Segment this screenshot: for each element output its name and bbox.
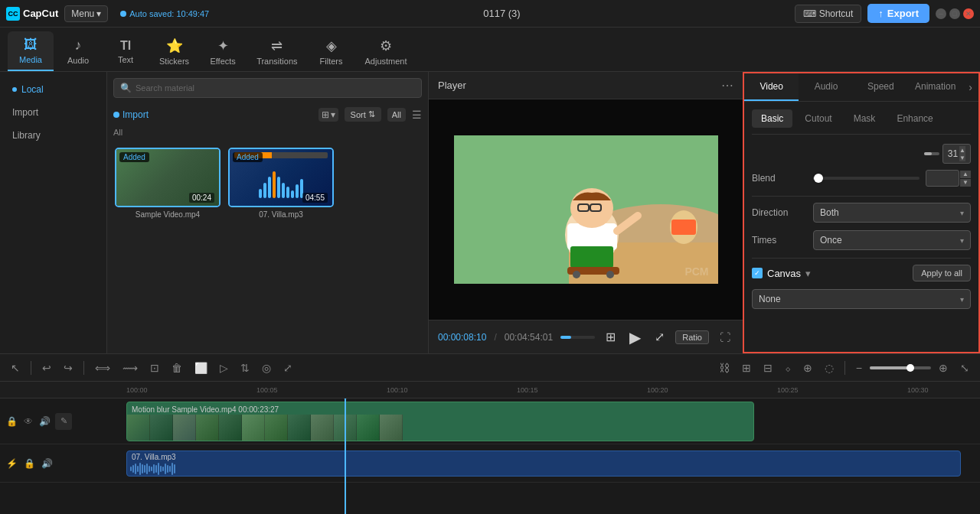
view-toggle[interactable]: ⊞ ▾ bbox=[318, 108, 338, 122]
minimize-button[interactable]: – bbox=[936, 8, 946, 19]
ratio-button[interactable]: Ratio bbox=[675, 330, 709, 344]
nav-tab-audio[interactable]: ♪ Audio bbox=[55, 31, 101, 71]
clip-frames bbox=[127, 415, 753, 441]
sub-tab-basic[interactable]: Basic bbox=[752, 109, 792, 128]
nav-tab-media[interactable]: 🖼 Media bbox=[8, 31, 54, 71]
shortcut-button[interactable]: ⌨ Shortcut bbox=[795, 5, 862, 23]
audio-extract-button[interactable]: ◌ bbox=[820, 359, 838, 377]
media-icon: 🖼 bbox=[24, 37, 38, 53]
scroll-control: 31 ▲ ▼ bbox=[752, 144, 971, 164]
blend-slider-container: 0 ▲ ▼ bbox=[813, 170, 971, 187]
media-thumb-video[interactable]: Added 00:24 bbox=[115, 148, 220, 207]
trim-button[interactable]: ⟿ bbox=[118, 359, 142, 377]
nav-tab-adjustment[interactable]: ⚙ Adjustment bbox=[356, 31, 416, 71]
clip-button[interactable]: ⬜ bbox=[190, 359, 212, 377]
video-clip[interactable]: Motion blur Sample Video.mp4 00:00:23:27 bbox=[126, 402, 754, 441]
right-tab-audio[interactable]: Audio bbox=[799, 73, 853, 101]
right-tab-animation[interactable]: Animation bbox=[908, 73, 962, 101]
crop-button[interactable]: ⊡ bbox=[145, 359, 164, 377]
text-icon: TI bbox=[120, 39, 131, 53]
fit-button[interactable]: ⤡ bbox=[956, 359, 974, 377]
canvas-chevron: ▾ bbox=[960, 295, 964, 304]
transitions-icon: ⇌ bbox=[271, 37, 283, 54]
zoom-in-button[interactable]: ⊕ bbox=[934, 359, 952, 377]
media-item[interactable]: Added 00:24 Sample Video.mp4 bbox=[115, 148, 220, 219]
play-range-button[interactable]: ▷ bbox=[215, 359, 233, 377]
nav-tab-effects[interactable]: ✦ Effects bbox=[200, 31, 246, 71]
right-tab-speed[interactable]: Speed bbox=[854, 73, 908, 101]
nav-tab-filters[interactable]: ◈ Filters bbox=[309, 31, 354, 71]
player-timeline[interactable] bbox=[560, 336, 595, 339]
keyframe-button[interactable]: ⬦ bbox=[780, 359, 795, 377]
value-down-button[interactable]: ▼ bbox=[959, 154, 965, 161]
player-menu-button[interactable]: ⋯ bbox=[721, 78, 733, 93]
search-box[interactable]: 🔍 Search material bbox=[113, 78, 422, 98]
grid-view-button[interactable]: ⊞ bbox=[603, 328, 619, 346]
import-button[interactable]: Import bbox=[113, 109, 149, 120]
nav-tab-transitions[interactable]: ⇌ Transitions bbox=[247, 31, 306, 71]
zoom-slider[interactable] bbox=[870, 366, 931, 369]
sub-tab-mask[interactable]: Mask bbox=[844, 109, 885, 128]
svg-rect-15 bbox=[671, 220, 696, 235]
fullscreen-button[interactable]: ⛶ bbox=[717, 330, 733, 345]
right-tab-more[interactable]: › bbox=[962, 73, 978, 101]
fullscreen-fit-button[interactable]: ⤢ bbox=[652, 328, 668, 346]
sort-button[interactable]: Sort ⇅ bbox=[345, 107, 381, 122]
blend-number-input[interactable]: 0 bbox=[926, 170, 959, 187]
media-filename: 07. Villa.mp3 bbox=[228, 210, 334, 219]
right-tab-video[interactable]: Video bbox=[744, 73, 799, 101]
library-item[interactable]: Library bbox=[0, 124, 106, 147]
video-track-controls: 🔒 👁 🔊 ✎ bbox=[0, 399, 126, 444]
export-button[interactable]: ↑ Export bbox=[867, 4, 929, 23]
hide-button[interactable]: 👁 bbox=[22, 415, 34, 428]
nav-tab-stickers[interactable]: ⭐ Stickers bbox=[150, 31, 198, 71]
canvas-checkbox[interactable]: ✓ bbox=[752, 268, 763, 278]
maximize-button[interactable]: □ bbox=[949, 8, 960, 19]
audio-track-row: 07. Villa.mp3 bbox=[126, 444, 980, 483]
audio-vol-button[interactable]: 🔊 bbox=[40, 457, 54, 470]
blend-up-button[interactable]: ▲ bbox=[960, 171, 971, 178]
nav-tab-text[interactable]: TI Text bbox=[103, 31, 149, 71]
autosave-dot bbox=[120, 11, 126, 17]
local-item[interactable]: Local bbox=[0, 78, 106, 101]
undo-button[interactable]: ↩ bbox=[38, 359, 56, 377]
sub-tab-cutout[interactable]: Cutout bbox=[795, 109, 841, 128]
magnet-button[interactable]: ⊞ bbox=[737, 359, 756, 377]
right-panel: Video Audio Speed Animation › Basic Cuto… bbox=[743, 72, 980, 353]
split2-button[interactable]: ⊕ bbox=[799, 359, 817, 377]
close-button[interactable]: ✕ bbox=[963, 8, 974, 19]
times-select[interactable]: Once ▾ bbox=[813, 230, 971, 250]
all-button[interactable]: All bbox=[387, 108, 406, 122]
blend-down-button[interactable]: ▼ bbox=[960, 179, 971, 187]
zoom-thumb[interactable] bbox=[906, 364, 914, 372]
filter-button[interactable]: ☰ bbox=[412, 109, 422, 121]
audio-lock-button[interactable]: 🔒 bbox=[22, 457, 37, 470]
expand-button[interactable]: ⤢ bbox=[279, 359, 297, 377]
lock-button[interactable]: 🔒 bbox=[5, 415, 19, 428]
redo-button[interactable]: ↪ bbox=[59, 359, 77, 377]
audio-power-button[interactable]: ⚡ bbox=[5, 457, 19, 470]
audio-clip[interactable]: 07. Villa.mp3 bbox=[126, 451, 961, 477]
attach-button[interactable]: ⊟ bbox=[759, 359, 777, 377]
canvas-value-select[interactable]: None ▾ bbox=[752, 289, 971, 309]
mute-button[interactable]: 🔊 bbox=[38, 415, 52, 428]
erase-button[interactable]: ◎ bbox=[257, 359, 276, 377]
flip-button[interactable]: ⇅ bbox=[236, 359, 254, 377]
link-button[interactable]: ⛓ bbox=[714, 359, 734, 377]
player-title: Player bbox=[438, 80, 466, 91]
play-button[interactable]: ▶ bbox=[626, 327, 644, 348]
import-item[interactable]: Import bbox=[0, 101, 106, 124]
sub-tab-enhance[interactable]: Enhance bbox=[887, 109, 942, 128]
split-button[interactable]: ⟺ bbox=[90, 359, 115, 377]
value-up-button[interactable]: ▲ bbox=[959, 146, 965, 154]
menu-button[interactable]: Menu ▾ bbox=[64, 5, 108, 22]
cursor-tool-button[interactable]: ↖ bbox=[6, 359, 24, 377]
media-thumb-audio[interactable]: Added 04:55 bbox=[228, 148, 334, 207]
edit-button[interactable]: ✎ bbox=[55, 413, 72, 430]
apply-all-button[interactable]: Apply to all bbox=[913, 265, 971, 281]
blend-slider[interactable] bbox=[813, 177, 920, 180]
zoom-out-button[interactable]: − bbox=[851, 359, 867, 377]
media-item[interactable]: Added 04:55 07. Villa.mp3 bbox=[228, 148, 334, 219]
delete-button[interactable]: 🗑 bbox=[167, 359, 187, 377]
direction-select[interactable]: Both ▾ bbox=[813, 203, 971, 223]
